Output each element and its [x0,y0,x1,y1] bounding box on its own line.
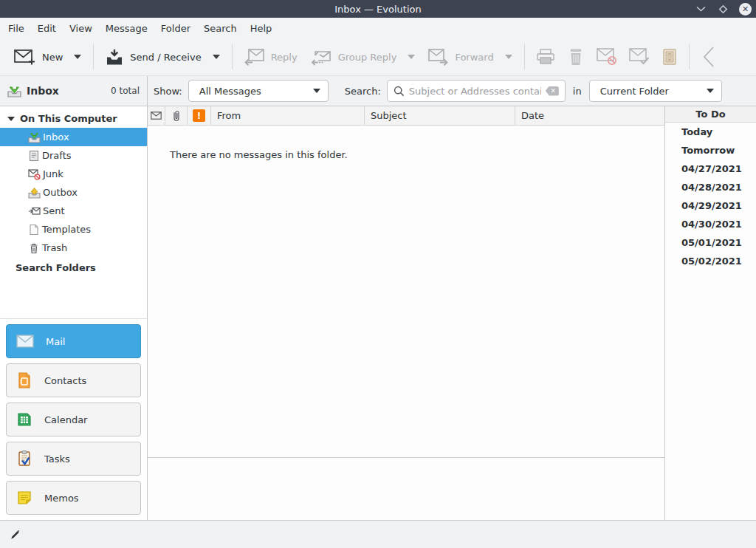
todo-item-date[interactable]: 04/28/2021 [665,178,756,196]
search-scope-dropdown[interactable]: Current Folder [589,80,722,102]
sidebar-item-drafts[interactable]: Drafts [0,146,147,165]
mark-not-junk-button[interactable] [623,44,656,70]
expander-icon[interactable] [7,117,15,121]
important-icon: ! [193,109,205,122]
back-button[interactable] [695,41,723,72]
menu-search[interactable]: Search [197,20,244,37]
todo-item-date[interactable]: 04/27/2021 [665,160,756,178]
column-status[interactable] [148,106,165,126]
component-switcher: Mail Contacts [0,318,147,520]
column-attachment[interactable] [165,106,188,126]
folder-label: Sent [43,205,65,216]
switcher-label: Memos [44,493,79,504]
todo-item-date[interactable]: 05/02/2021 [665,252,756,270]
send-receive-dropdown-icon[interactable] [213,55,220,59]
switcher-label: Mail [46,336,65,347]
todo-item-tomorrow[interactable]: Tomorrow [665,141,756,160]
sidebar-item-outbox[interactable]: Outbox [0,183,147,202]
switcher-label: Calendar [44,414,87,425]
column-important[interactable]: ! [188,106,211,126]
column-date[interactable]: Date [515,106,664,126]
search-scope-value: Current Folder [600,86,695,97]
show-label: Show: [154,86,182,97]
menu-edit[interactable]: Edit [31,20,63,37]
sidebar-item-sent[interactable]: Sent [0,202,147,220]
new-button[interactable]: New [7,44,88,70]
window-controls: ✕ [695,0,752,18]
trash-icon [28,242,40,254]
clear-search-icon[interactable]: ✕ [546,86,559,96]
send-receive-button[interactable]: Send / Receive [99,44,226,71]
inbox-icon [7,85,21,97]
chevron-down-icon [707,89,714,93]
menu-file[interactable]: File [1,20,31,37]
titlebar: Inbox — Evolution ✕ [0,0,756,18]
evolution-window: Inbox — Evolution ✕ File Edit View Messa… [0,0,756,548]
send-receive-label: Send / Receive [130,52,201,63]
new-mail-icon [14,49,35,65]
forward-dropdown-icon[interactable] [505,55,512,59]
empty-folder-message: There are no messages in this folder. [170,149,348,160]
new-dropdown-icon[interactable] [74,55,81,59]
sidebar-item-trash[interactable]: Trash [0,239,147,257]
message-list-pane: ! From Subject Date There are no message… [148,106,664,520]
sent-icon [28,205,41,217]
archive-button[interactable] [656,44,684,70]
minimize-icon[interactable] [695,3,707,15]
filterbar: Inbox 0 total Show: All Messages Search:… [0,76,756,106]
delete-icon [567,48,585,66]
status-envelope-icon [151,112,162,120]
inbox-icon [28,131,41,143]
todo-item-date[interactable]: 05/01/2021 [665,233,756,252]
chevron-down-icon [313,89,320,93]
sidebar-item-inbox[interactable]: Inbox [0,128,147,146]
mail-icon [16,335,34,348]
outbox-icon [28,187,41,199]
menu-help[interactable]: Help [244,20,279,37]
tree-root-on-this-computer[interactable]: On This Computer [0,109,147,128]
group-reply-dropdown-icon[interactable] [408,55,415,59]
reply-button[interactable]: Reply [238,44,304,71]
menu-message[interactable]: Message [99,20,154,37]
search-input[interactable] [409,86,541,97]
switcher-tasks-button[interactable]: Tasks [6,442,141,476]
todo-item-today[interactable]: Today [665,123,756,141]
group-reply-button[interactable]: Group Reply [304,44,422,71]
sidebar-item-templates[interactable]: Templates [0,220,147,239]
switcher-calendar-button[interactable]: Calendar [6,403,141,436]
menu-folder[interactable]: Folder [154,20,197,37]
show-filter-value: All Messages [199,86,301,97]
new-label: New [42,52,63,63]
switcher-memos-button[interactable]: Memos [6,481,141,515]
mark-not-junk-icon [629,48,650,66]
close-icon[interactable]: ✕ [739,3,752,16]
show-filter-dropdown[interactable]: All Messages [188,80,329,102]
maximize-icon[interactable] [717,3,729,15]
message-list-body[interactable]: There are no messages in this folder. [148,126,664,458]
back-icon [701,46,717,68]
search-icon [394,86,405,97]
menu-view[interactable]: View [63,20,99,37]
todo-item-date[interactable]: 04/29/2021 [665,196,756,215]
column-from[interactable]: From [211,106,365,126]
forward-button[interactable]: Forward [422,44,518,71]
folder-label: Drafts [42,150,72,161]
group-reply-icon [311,49,331,66]
delete-button[interactable] [561,44,591,71]
preview-pane[interactable] [148,458,664,520]
archive-icon [662,48,678,66]
switcher-contacts-button[interactable]: Contacts [6,363,141,397]
templates-icon [28,224,40,236]
folder-label: Inbox [43,131,69,143]
column-subject[interactable]: Subject [365,106,515,126]
todo-header: To Do [665,106,756,123]
todo-item-date[interactable]: 04/30/2021 [665,215,756,233]
sidebar-item-junk[interactable]: Junk [0,165,147,183]
main-area: On This Computer Inbox [0,106,756,520]
print-button[interactable] [530,44,561,70]
tree-root-search-folders[interactable]: Search Folders [0,257,147,278]
reply-icon [244,49,264,66]
separator [689,44,690,69]
mark-junk-button[interactable] [591,44,623,70]
switcher-mail-button[interactable]: Mail [6,324,141,358]
